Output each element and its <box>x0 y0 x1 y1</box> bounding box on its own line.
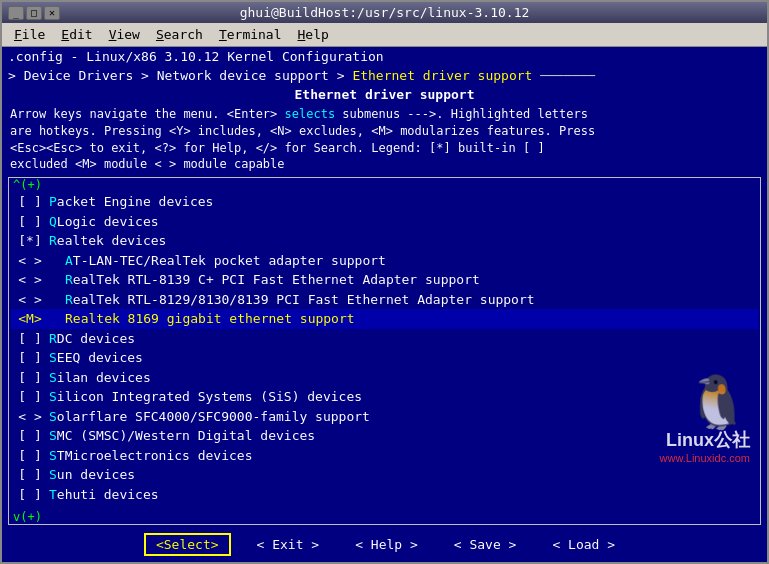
menu-box: ^(+) [ ] Packet Engine devices [ ] QLogi… <box>8 177 761 525</box>
hotkey-letter: S <box>49 370 57 385</box>
hotkey-letter: R <box>49 331 57 346</box>
item-label: RealTek RTL-8129/8130/8139 PCI Fast Ethe… <box>65 290 535 310</box>
help-line-3: <Esc><Esc> to exit, <?> for Help, </> fo… <box>10 140 759 157</box>
menu-edit[interactable]: Edit <box>53 25 100 44</box>
terminal-area: .config - Linux/x86 3.10.12 Kernel Confi… <box>2 47 767 562</box>
item-bracket: [ ] <box>15 348 45 368</box>
item-bracket: [ ] <box>15 446 45 466</box>
item-label: RealTek RTL-8139 C+ PCI Fast Ethernet Ad… <box>65 270 480 290</box>
item-label: Solarflare SFC4000/SFC9000-family suppor… <box>49 407 370 427</box>
help-line-2: are hotkeys. Pressing <Y> includes, <N> … <box>10 123 759 140</box>
breadcrumb: .config - Linux/x86 3.10.12 Kernel Confi… <box>2 47 767 66</box>
item-label: STMicroelectronics devices <box>49 446 253 466</box>
item-bracket: [*] <box>15 231 45 251</box>
list-item[interactable]: < > RealTek RTL-8139 C+ PCI Fast Etherne… <box>11 270 758 290</box>
item-bracket: < > <box>15 290 45 310</box>
hotkey-letter: S <box>49 467 57 482</box>
item-label: Silicon Integrated Systems (SiS) devices <box>49 387 362 407</box>
titlebar: _ □ ✕ ghui@BuildHost:/usr/src/linux-3.10… <box>2 2 767 23</box>
list-item[interactable]: [ ] SMC (SMSC)/Western Digital devices <box>11 426 758 446</box>
hotkey-letter: R <box>65 292 73 307</box>
breadcrumb-path: > Device Drivers > Network device suppor… <box>2 66 767 85</box>
item-label: QLogic devices <box>49 212 159 232</box>
save-button[interactable]: < Save > <box>444 533 527 556</box>
hotkey-letter: T <box>49 487 57 502</box>
hotkey-letter: S <box>49 409 57 424</box>
item-bracket: [ ] <box>15 387 45 407</box>
hotkey-letter: P <box>49 194 57 209</box>
scroll-top-indicator: ^(+) <box>9 178 760 192</box>
help-line-4: excluded <M> module < > module capable <box>10 156 759 173</box>
section-title: Ethernet driver support <box>2 85 767 104</box>
window-title: ghui@BuildHost:/usr/src/linux-3.10.12 <box>68 5 701 20</box>
list-item[interactable]: [ ] STMicroelectronics devices <box>11 446 758 466</box>
menu-terminal[interactable]: Terminal <box>211 25 290 44</box>
list-item[interactable]: [ ] Tehuti devices <box>11 485 758 505</box>
config-text: .config - Linux/x86 3.10.12 Kernel Confi… <box>8 49 384 64</box>
list-item[interactable]: [ ] SEEQ devices <box>11 348 758 368</box>
list-item[interactable]: [ ] Sun devices <box>11 465 758 485</box>
list-item[interactable]: < > Solarflare SFC4000/SFC9000-family su… <box>11 407 758 427</box>
menu-help[interactable]: Help <box>290 25 337 44</box>
item-label: Silan devices <box>49 368 151 388</box>
menu-file[interactable]: File <box>6 25 53 44</box>
help-line-1: Arrow keys navigate the menu. <Enter> se… <box>10 106 759 123</box>
item-bracket: [ ] <box>15 465 45 485</box>
hotkey-letter: S <box>49 350 57 365</box>
bottom-buttons: <Select> < Exit > < Help > < Save > < Lo… <box>2 527 767 562</box>
help-button[interactable]: < Help > <box>345 533 428 556</box>
menubar: File Edit View Search Terminal Help <box>2 23 767 47</box>
exit-button[interactable]: < Exit > <box>247 533 330 556</box>
list-item[interactable]: < > RealTek RTL-8129/8130/8139 PCI Fast … <box>11 290 758 310</box>
item-label: RDC devices <box>49 329 135 349</box>
load-button[interactable]: < Load > <box>542 533 625 556</box>
item-label: SEEQ devices <box>49 348 143 368</box>
item-bracket: < > <box>15 270 45 290</box>
menu-search[interactable]: Search <box>148 25 211 44</box>
help-text: Arrow keys navigate the menu. <Enter> se… <box>2 104 767 175</box>
item-label: SMC (SMSC)/Western Digital devices <box>49 426 315 446</box>
minimize-button[interactable]: _ <box>8 6 24 20</box>
list-item[interactable]: [ ] Silicon Integrated Systems (SiS) dev… <box>11 387 758 407</box>
list-item[interactable]: [ ] Packet Engine devices <box>11 192 758 212</box>
item-label: Realtek devices <box>49 231 166 251</box>
list-item[interactable]: [ ] RDC devices <box>11 329 758 349</box>
item-bracket: [ ] <box>15 329 45 349</box>
list-item[interactable]: [*] Realtek devices <box>11 231 758 251</box>
close-button[interactable]: ✕ <box>44 6 60 20</box>
menu-view[interactable]: View <box>101 25 148 44</box>
item-bracket: [ ] <box>15 192 45 212</box>
item-bracket: < > <box>15 251 45 271</box>
item-bracket: [ ] <box>15 212 45 232</box>
list-item[interactable]: [ ] QLogic devices <box>11 212 758 232</box>
list-item[interactable]: < > AT-LAN-TEC/RealTek pocket adapter su… <box>11 251 758 271</box>
path-line: ─────── <box>532 68 595 83</box>
path-text: > Device Drivers > Network device suppor… <box>8 68 352 83</box>
item-bracket: [ ] <box>15 485 45 505</box>
item-label: AT-LAN-TEC/RealTek pocket adapter suppor… <box>65 251 386 271</box>
path-highlight: Ethernet driver support <box>352 68 532 83</box>
hotkey-letter: S <box>49 428 57 443</box>
item-bracket: [ ] <box>15 426 45 446</box>
item-label: Packet Engine devices <box>49 192 213 212</box>
hotkey-letter: R <box>65 272 73 287</box>
hotkey-letter: R <box>65 311 73 326</box>
hotkey-letter: Q <box>49 214 57 229</box>
list-item[interactable]: [ ] Silan devices <box>11 368 758 388</box>
item-bracket: [ ] <box>15 368 45 388</box>
select-button[interactable]: <Select> <box>144 533 231 556</box>
item-bracket: <M> <box>15 309 45 329</box>
maximize-button[interactable]: □ <box>26 6 42 20</box>
hotkey-letter: S <box>49 448 57 463</box>
hotkey-letter: S <box>49 389 57 404</box>
hotkey-letter: R <box>49 233 57 248</box>
scroll-bottom-indicator: v(+) <box>9 510 760 524</box>
item-label: Sun devices <box>49 465 135 485</box>
list-item-selected[interactable]: <M> Realtek 8169 gigabit ethernet suppor… <box>11 309 758 329</box>
menu-items-list: [ ] Packet Engine devices [ ] QLogic dev… <box>9 192 760 510</box>
hotkey-letter: A <box>65 253 73 268</box>
item-label: Realtek 8169 gigabit ethernet support <box>65 309 355 329</box>
item-bracket: < > <box>15 407 45 427</box>
item-label: Tehuti devices <box>49 485 159 505</box>
main-window: _ □ ✕ ghui@BuildHost:/usr/src/linux-3.10… <box>0 0 769 564</box>
